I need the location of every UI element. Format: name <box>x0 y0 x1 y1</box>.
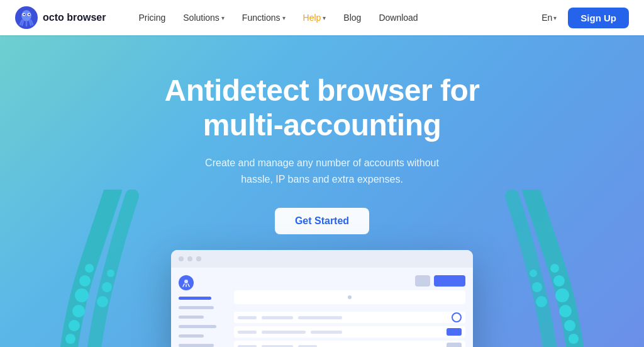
action-btn <box>447 343 462 347</box>
svg-point-24 <box>184 280 188 283</box>
svg-point-7 <box>79 275 91 287</box>
svg-point-15 <box>550 264 559 273</box>
svg-point-13 <box>102 282 112 292</box>
table-row-2 <box>234 326 465 338</box>
svg-point-10 <box>69 320 80 331</box>
svg-point-23 <box>536 296 547 307</box>
sidebar-logo-circle <box>179 275 194 290</box>
table-row-3 <box>234 341 465 347</box>
svg-point-22 <box>532 282 542 292</box>
table-rows <box>234 312 465 347</box>
browser-dot-2 <box>187 256 192 261</box>
nav-download[interactable]: Download <box>371 9 425 26</box>
svg-point-5 <box>28 14 30 15</box>
solutions-chevron-icon: ▾ <box>221 14 225 21</box>
browser-mockup <box>133 250 511 347</box>
browser-main <box>234 275 465 347</box>
svg-point-9 <box>72 305 85 317</box>
nav-pricing[interactable]: Pricing <box>131 9 173 26</box>
sidebar-line-2 <box>179 316 204 319</box>
signup-button[interactable]: Sign Up <box>568 8 629 28</box>
nav-help[interactable]: Help ▾ <box>296 9 334 26</box>
sidebar-logo-area <box>179 275 229 290</box>
nav-blog[interactable]: Blog <box>336 9 369 26</box>
sidebar-line-1 <box>179 306 214 309</box>
hero-subtitle: Create and manage any number of accounts… <box>196 155 448 187</box>
help-chevron-icon: ▾ <box>323 14 326 21</box>
hero-title: Antidetect browser for multi-accounting <box>164 73 479 142</box>
language-selector[interactable]: En ▾ <box>538 10 560 25</box>
logo[interactable]: octo browser <box>15 6 106 29</box>
svg-point-19 <box>564 320 575 331</box>
navbar: octo browser Pricing Solutions ▾ Functio… <box>0 0 644 35</box>
svg-point-16 <box>553 275 565 287</box>
logo-icon <box>15 6 38 29</box>
svg-point-12 <box>107 270 114 277</box>
toolbar-icon-1 <box>415 275 430 287</box>
svg-point-1 <box>21 10 31 21</box>
search-dot <box>348 295 352 299</box>
svg-point-21 <box>530 270 537 277</box>
toolbar-btn-blue <box>434 275 465 287</box>
browser-window <box>171 250 473 347</box>
main-top-row <box>234 275 465 287</box>
svg-point-4 <box>23 14 25 15</box>
sidebar-line-3 <box>179 325 216 328</box>
sidebar-line-blue <box>179 297 211 300</box>
sidebar-line-4 <box>179 334 204 338</box>
browser-sidebar <box>179 275 229 347</box>
nav-links: Pricing Solutions ▾ Functions ▾ Help ▾ B… <box>131 9 538 26</box>
hero-text: Antidetect browser for multi-accounting … <box>164 73 479 234</box>
get-started-button[interactable]: Get Started <box>275 208 369 234</box>
browser-body <box>171 268 473 347</box>
svg-point-14 <box>97 296 108 307</box>
play-btn <box>447 328 462 336</box>
svg-point-18 <box>559 305 572 317</box>
nav-solutions[interactable]: Solutions ▾ <box>175 9 232 26</box>
svg-point-8 <box>75 288 89 302</box>
nav-right: En ▾ Sign Up <box>538 8 629 28</box>
browser-topbar <box>171 250 473 268</box>
hero-section: Antidetect browser for multi-accounting … <box>0 35 644 347</box>
search-bar <box>234 290 465 304</box>
refresh-icon <box>452 312 462 322</box>
functions-chevron-icon: ▾ <box>282 14 286 21</box>
svg-point-17 <box>555 288 569 302</box>
browser-dot-3 <box>196 256 201 261</box>
svg-point-11 <box>65 334 75 344</box>
sidebar-line-5 <box>179 344 214 347</box>
browser-dot-1 <box>179 256 184 261</box>
lang-chevron-icon: ▾ <box>553 14 557 21</box>
nav-functions[interactable]: Functions ▾ <box>235 9 293 26</box>
svg-point-6 <box>85 264 94 273</box>
table-row-1 <box>234 312 465 323</box>
logo-text: octo browser <box>43 12 106 23</box>
svg-point-20 <box>569 334 579 344</box>
